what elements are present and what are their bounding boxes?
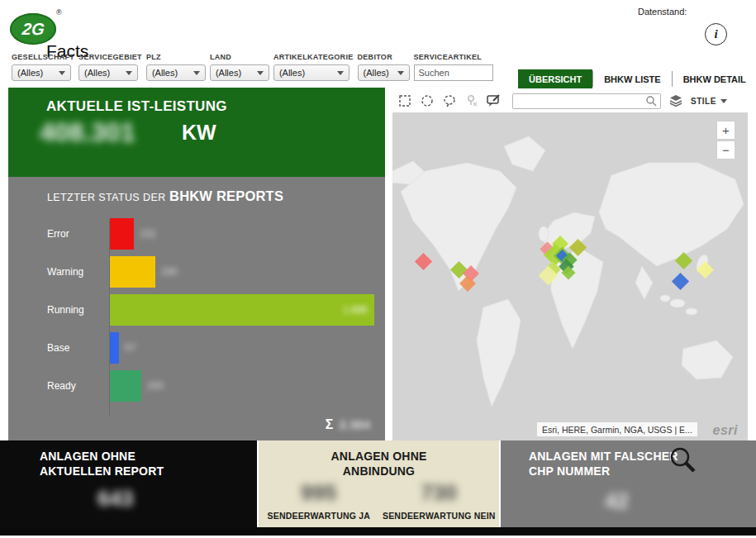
filter-select-gesellschaft[interactable]: (Alles) [12, 64, 71, 81]
sum-value: 2.384 [339, 417, 370, 431]
bar-track: 1.685 [110, 294, 378, 326]
bar-warning[interactable] [110, 256, 155, 288]
filter-servicegebiet: SERVICEGEBIET(Alles) [78, 53, 142, 81]
world-map[interactable]: + − Esri, HERE, Garmin, NGA, USGS | E...… [392, 113, 748, 440]
filter-select-plz[interactable]: (Alles) [146, 64, 206, 81]
chart-category-label: Base [47, 342, 105, 354]
status-panel: LETZTER STATUS DER BHKW REPORTS Error152… [8, 177, 385, 440]
chart-category-label: Ready [47, 380, 105, 392]
panel-title-line2: CHP NUMMER [529, 464, 678, 478]
chart-category-label: Running [47, 304, 105, 316]
select-circle-icon[interactable] [420, 93, 435, 108]
panel-title-line1: ANLAGEN OHNE [259, 449, 499, 464]
bar-running[interactable]: 1.685 [110, 294, 374, 326]
kpi-value: 408.301 [40, 117, 136, 148]
search-icon [645, 95, 657, 107]
filter-label: LAND [210, 53, 269, 61]
chevron-down-icon [59, 71, 65, 75]
edit-tooltip-icon[interactable] [487, 93, 502, 108]
panel-title-line1: ANLAGEN OHNE [40, 449, 164, 464]
panel-title-line2: ANBINDUNG [259, 464, 499, 478]
filter-select-servicegebiet[interactable]: (Alles) [78, 64, 138, 81]
chevron-down-icon [397, 71, 404, 75]
panel-title-line2: AKTUELLEN REPORT [40, 464, 164, 478]
stile-dropdown[interactable]: STILE [691, 97, 727, 106]
selected-value: (Alles) [216, 68, 241, 78]
filter-debitor: DEBITOR(Alles) [358, 53, 410, 81]
map-section: STILE [392, 89, 748, 440]
chart-category-label: Warning [47, 266, 105, 278]
layers-icon[interactable] [668, 93, 683, 108]
bar-ready[interactable] [110, 370, 141, 402]
select-lasso-icon[interactable] [442, 93, 457, 108]
esri-logo: esri [713, 423, 738, 438]
info-icon-letter: i [714, 27, 717, 41]
bar-track: 152 [110, 218, 378, 250]
map-search-box[interactable] [512, 93, 661, 109]
selected-value: (Alles) [364, 68, 389, 78]
map-search-input[interactable] [521, 96, 645, 106]
bar-error[interactable] [110, 218, 134, 250]
chart-row-warning: Warning290 [8, 253, 385, 291]
chevron-down-icon [193, 71, 200, 75]
panel-value: 643 [97, 486, 133, 512]
app-logo: 2G ® Facts [10, 12, 117, 55]
chart-row-ready: Ready200 [8, 367, 385, 405]
filter-label: SERVICEGEBIET [78, 53, 142, 61]
select-rectangle-icon[interactable] [397, 93, 412, 108]
tab-übersicht[interactable]: ÜBERSICHT [518, 69, 592, 88]
bar-track: 200 [110, 370, 378, 402]
tab-bhkw-liste[interactable]: BHKW LISTE [593, 69, 671, 88]
filter-select-artikelkategorie[interactable]: (Alles) [273, 64, 349, 81]
status-title-main: BHKW REPORTS [169, 188, 283, 203]
tab-bar: ÜBERSICHTBHKW LISTEBHKW DETAIL [518, 69, 756, 88]
stile-label: STILE [691, 97, 716, 106]
bar-value: 57 [125, 342, 136, 354]
datenstand-label: Datenstand: [638, 7, 687, 17]
panel-label-nein: SENDEERWARTUNG NEIN [379, 511, 500, 521]
panel-anlagen-ohne-report: ANLAGEN OHNE AKTUELLEN REPORT 643 [0, 440, 257, 527]
chart-row-running: Running1.685 [8, 291, 385, 329]
filter-label: DEBITOR [358, 53, 410, 61]
dashboard-page: 2G ® Facts Datenstand: i GESELLSCHAFT(Al… [0, 0, 756, 538]
bar-base[interactable] [110, 332, 119, 364]
filter-label: GESELLSCHAFT [12, 53, 74, 61]
chevron-down-icon [257, 71, 264, 75]
filter-select-land[interactable]: (Alles) [210, 64, 269, 81]
filter-select-debitor[interactable]: (Alles) [358, 64, 410, 81]
bar-value: 1.685 [343, 304, 368, 316]
filter-label: SERVICEARTIKEL [414, 53, 493, 61]
panel-anlagen-ohne-anbindung: ANLAGEN OHNE ANBINDUNG 995 SENDEERWARTUN… [259, 440, 499, 527]
bottom-divider-bar [0, 527, 756, 536]
registered-mark: ® [56, 8, 62, 17]
chart-row-base: Base57 [8, 329, 385, 367]
map-attribution: Esri, HERE, Garmin, NGA, USGS | E... [537, 422, 697, 436]
panel-label-ja: SENDEERWARTUNG JA [259, 511, 379, 521]
tab-bhkw-detail[interactable]: BHKW DETAIL [673, 69, 756, 88]
filter-gesellschaft: GESELLSCHAFT(Alles) [12, 53, 74, 81]
magnifier-icon[interactable] [668, 445, 697, 475]
bottom-kpi-row: ANLAGEN OHNE AKTUELLEN REPORT 643 ANLAGE… [0, 440, 756, 527]
clear-selection-pin-icon[interactable] [464, 93, 479, 108]
chart-sum: Σ 2.384 [326, 417, 370, 432]
bar-value: 152 [140, 228, 156, 240]
zoom-out-button[interactable]: − [716, 140, 735, 159]
chevron-down-icon [337, 71, 344, 75]
panel-title-line1: ANLAGEN MIT FALSCHER [529, 449, 678, 464]
status-title-prefix: LETZTER STATUS DER [47, 192, 166, 203]
panel-values: 995 SENDEERWARTUNG JA 730 SENDEERWARTUNG… [259, 480, 499, 521]
chart-row-error: Error152 [8, 215, 385, 253]
bar-track: 57 [110, 332, 378, 364]
kpi-panel-ist-leistung: AKTUELLE IST-LEISTUNG 408.301 KW [8, 88, 385, 177]
panel-title: ANLAGEN OHNE ANBINDUNG [259, 449, 499, 478]
kpi-unit: KW [182, 121, 216, 145]
serviceartikel-search-input[interactable] [414, 64, 493, 81]
chart-category-label: Error [47, 228, 105, 240]
chevron-down-icon [720, 99, 727, 103]
status-bar-chart: Error152Warning290Running1.685Base57Read… [8, 215, 385, 405]
info-icon[interactable]: i [705, 23, 727, 45]
zoom-in-button[interactable]: + [716, 121, 735, 140]
sendeerwartung-nein-column: 730 SENDEERWARTUNG NEIN [379, 480, 500, 521]
filter-artikelkategorie: ARTIKELKATEGORIE(Alles) [273, 53, 354, 81]
sigma-symbol: Σ [326, 417, 334, 432]
